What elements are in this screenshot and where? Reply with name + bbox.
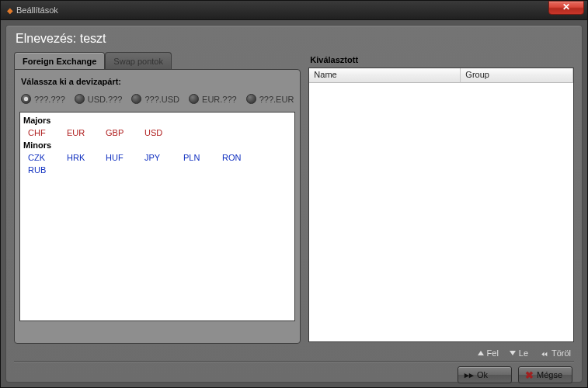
page-title: Elnevezés: teszt <box>14 30 574 52</box>
currency-hrk[interactable]: HRK <box>62 151 101 164</box>
tab-swap-points[interactable]: Swap pontok <box>105 52 172 69</box>
filter-radios: ???.??? USD.??? ???.USD EUR.??? <box>19 92 295 110</box>
window-title: Beállítások <box>16 5 58 15</box>
currency-czk[interactable]: CZK <box>23 151 62 164</box>
currency-rub[interactable]: RUB <box>23 164 62 176</box>
divider <box>14 361 574 362</box>
radio-icon <box>21 94 31 104</box>
selected-section-title: Kiválasztott <box>308 52 574 68</box>
title-bar: ◆ Beállítások ✕ <box>0 0 588 20</box>
col-name[interactable]: Name <box>309 68 461 83</box>
currency-jpy[interactable]: JPY <box>140 151 179 164</box>
currency-eur[interactable]: EUR <box>62 126 101 139</box>
group-majors: CHF EUR GBP USD <box>23 126 291 139</box>
clear-button[interactable]: Töröl <box>539 348 571 358</box>
table-body[interactable] <box>309 83 573 341</box>
rewind-icon <box>539 348 548 358</box>
currency-chf[interactable]: CHF <box>23 126 62 139</box>
list-actions: Fel Le Töröl <box>14 344 574 358</box>
tabs: Foreign Exchange Swap pontok <box>14 52 301 69</box>
radio-usd-any[interactable]: USD.??? <box>75 94 123 104</box>
currency-panel: Majors CHF EUR GBP USD Minors CZK HRK HU… <box>19 112 295 321</box>
currency-huf[interactable]: HUF <box>101 151 140 164</box>
chevron-up-icon <box>478 351 484 355</box>
currency-pln[interactable]: PLN <box>179 151 217 164</box>
move-up-button[interactable]: Fel <box>478 348 499 358</box>
currency-gbp[interactable]: GBP <box>101 126 140 139</box>
radio-icon <box>246 94 256 104</box>
close-icon: ✖ <box>525 369 534 381</box>
group-majors-title: Majors <box>23 114 291 126</box>
tab-foreign-exchange[interactable]: Foreign Exchange <box>14 52 105 69</box>
radio-icon <box>75 94 85 104</box>
radio-eur-any[interactable]: EUR.??? <box>189 94 237 104</box>
col-group[interactable]: Group <box>461 68 573 83</box>
tab-body: Válassza ki a devizapárt: ???.??? USD.??… <box>14 69 301 344</box>
play-icon: ▸▸ <box>464 370 474 380</box>
selected-table: Name Group <box>308 68 574 342</box>
close-icon: ✕ <box>562 2 570 12</box>
ok-button[interactable]: ▸▸ Ok <box>458 366 512 383</box>
radio-icon <box>131 94 141 104</box>
radio-any-any[interactable]: ???.??? <box>21 94 65 104</box>
currency-ron[interactable]: RON <box>217 151 256 164</box>
group-minors: CZK HRK HUF JPY PLN RON RUB <box>23 151 291 176</box>
group-minors-title: Minors <box>23 139 291 151</box>
filter-label: Válassza ki a devizapárt: <box>19 74 295 92</box>
dialog-buttons: ▸▸ Ok ✖ Mégse <box>14 366 574 383</box>
radio-any-eur[interactable]: ???.EUR <box>246 94 294 104</box>
app-icon: ◆ <box>7 6 13 15</box>
cancel-button[interactable]: ✖ Mégse <box>518 366 572 383</box>
radio-icon <box>189 94 199 104</box>
chevron-down-icon <box>510 351 516 355</box>
close-button[interactable]: ✕ <box>548 1 584 15</box>
table-header: Name Group <box>309 68 573 83</box>
move-down-button[interactable]: Le <box>510 348 528 358</box>
currency-usd[interactable]: USD <box>140 126 179 139</box>
radio-any-usd[interactable]: ???.USD <box>131 94 179 104</box>
